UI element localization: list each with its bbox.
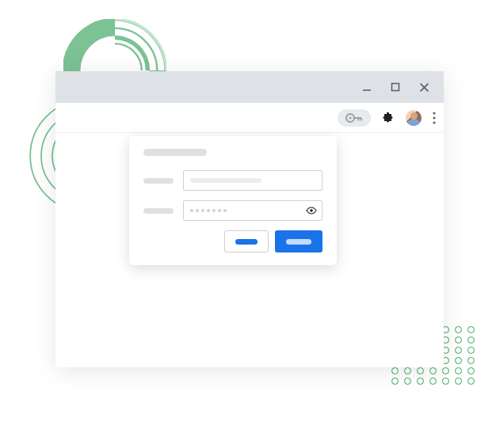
password-input[interactable]	[183, 200, 322, 221]
primary-button-label	[286, 239, 311, 245]
decorative-dot	[442, 367, 449, 374]
decorative-dot	[417, 367, 424, 374]
password-dots	[190, 209, 227, 212]
decorative-dot	[467, 378, 475, 385]
decorative-dot	[442, 378, 449, 385]
content-area	[55, 133, 444, 367]
decorative-dot	[404, 367, 411, 374]
close-button[interactable]	[418, 82, 429, 93]
decorative-dot	[429, 378, 437, 385]
decorative-dot	[467, 367, 475, 374]
extensions-button[interactable]	[382, 112, 395, 124]
svg-point-14	[433, 112, 435, 114]
decorative-dot	[404, 378, 411, 385]
key-icon	[345, 113, 363, 123]
username-row	[143, 170, 322, 191]
popup-actions	[143, 230, 322, 252]
svg-point-16	[433, 121, 435, 123]
decorative-dot	[455, 347, 462, 354]
secondary-button[interactable]	[224, 230, 269, 252]
primary-button[interactable]	[275, 230, 322, 252]
username-label	[143, 178, 174, 184]
decorative-dot	[455, 367, 462, 374]
svg-rect-6	[392, 84, 399, 91]
svg-point-15	[433, 116, 435, 119]
show-password-button[interactable]	[306, 203, 317, 218]
decorative-dot	[417, 378, 424, 385]
password-key-pill[interactable]	[338, 109, 371, 127]
decorative-dot	[455, 336, 462, 344]
decorative-dot	[467, 326, 475, 333]
username-input[interactable]	[183, 170, 322, 191]
kebab-menu-icon	[433, 112, 436, 124]
decorative-dot	[391, 367, 399, 374]
maximize-button[interactable]	[390, 82, 401, 93]
decorative-dot	[467, 336, 475, 344]
browser-toolbar	[55, 103, 444, 133]
popup-title	[143, 149, 207, 156]
puzzle-icon	[382, 112, 395, 124]
profile-avatar[interactable]	[406, 110, 422, 126]
kebab-menu-button[interactable]	[433, 112, 436, 124]
svg-point-17	[310, 209, 313, 212]
password-label	[143, 208, 174, 214]
eye-icon	[306, 207, 317, 215]
browser-window	[55, 71, 444, 367]
decorative-dot	[455, 378, 462, 385]
decorative-dot	[455, 357, 462, 364]
save-password-popup	[129, 136, 337, 265]
decorative-dot	[391, 378, 399, 385]
username-value	[190, 178, 261, 183]
decorative-dot	[467, 347, 475, 354]
minimize-button[interactable]	[361, 82, 372, 93]
decorative-dot	[429, 367, 437, 374]
decorative-dot	[455, 326, 462, 333]
decorative-dot	[467, 357, 475, 364]
secondary-button-label	[235, 239, 258, 245]
svg-point-10	[349, 116, 352, 119]
password-row	[143, 200, 322, 221]
window-titlebar	[55, 71, 444, 103]
